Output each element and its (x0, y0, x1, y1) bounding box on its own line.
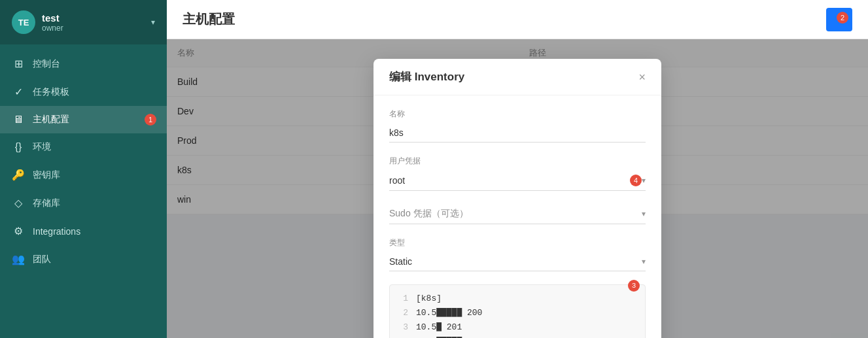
username: test (42, 12, 63, 24)
team-icon: 👥 (12, 253, 25, 265)
line-number: 4 (398, 335, 408, 338)
sidebar-item-label: 任务模板 (33, 86, 69, 98)
chevron-down-icon: ▾ (151, 18, 155, 27)
user-role: owner (42, 24, 63, 33)
sudo-field-group: Sudo 凭据（可选） ▾ (389, 204, 646, 224)
code-line: 410.5█████ 202 (398, 335, 637, 338)
header-right: 2 (826, 8, 852, 31)
dashboard-icon: ⊞ (12, 58, 25, 70)
line-content: [k8s] (416, 292, 442, 306)
credentials-badge: 4 (630, 175, 642, 186)
sidebar-item-label: 控制台 (33, 58, 60, 70)
type-arrow-icon: ▾ (642, 257, 646, 266)
line-content: 10.5█████ 200 (416, 306, 482, 320)
code-line: 310.5█ 201 (398, 320, 637, 335)
line-content: 10.5█████ 202 (416, 335, 482, 338)
name-input[interactable] (389, 124, 646, 143)
sidebar-item-label: 团队 (33, 254, 51, 265)
modal-overlay: 编辑 Inventory × 名称 用户凭据 root 4 (167, 39, 868, 338)
main-body: 名称 路径 Build — Dev invs/dev/hosts Prod in… (167, 39, 868, 338)
integrations-icon: ⚙ (12, 225, 25, 237)
name-field-group: 名称 (389, 109, 646, 143)
sidebar-item-label: Integrations (33, 226, 80, 237)
type-label: 类型 (389, 237, 646, 248)
type-value: Static (389, 256, 642, 267)
page-title: 主机配置 (182, 10, 235, 28)
storage-icon: ◇ (12, 197, 25, 209)
modal-close-button[interactable]: × (638, 71, 646, 83)
credentials-label: 用户凭据 (389, 156, 646, 167)
line-content: 10.5█ 201 (416, 320, 462, 335)
sidebar-item-team[interactable]: 👥 团队 (0, 245, 167, 273)
type-select[interactable]: Static ▾ (389, 252, 646, 271)
credentials-field-group: 用户凭据 root 4 ▾ (389, 156, 646, 191)
credentials-value: root (389, 175, 625, 186)
sidebar: TE test owner ▾ ⊞ 控制台 ✓ 任务模板 🖥 主机配置 1 {}… (0, 0, 167, 338)
key-icon: 🔑 (12, 169, 25, 181)
line-number: 3 (398, 320, 408, 335)
avatar: TE (12, 10, 35, 34)
main-header: 主机配置 2 (167, 0, 868, 39)
line-number: 1 (398, 292, 408, 306)
header-badge: 2 (837, 12, 848, 24)
code-line: 210.5█████ 200 (398, 306, 637, 320)
sidebar-item-label: 密钥库 (33, 169, 60, 181)
inventory-code-area[interactable]: 3 1[k8s]210.5█████ 200310.5█ 201410.5███… (389, 284, 646, 338)
edit-inventory-modal: 编辑 Inventory × 名称 用户凭据 root 4 (373, 59, 661, 338)
modal-header: 编辑 Inventory × (373, 59, 661, 95)
sudo-select[interactable]: Sudo 凭据（可选） ▾ (389, 204, 646, 224)
sidebar-item-hosts[interactable]: 🖥 主机配置 1 (0, 106, 167, 133)
sidebar-item-storage[interactable]: ◇ 存储库 (0, 189, 167, 217)
sidebar-item-integrations[interactable]: ⚙ Integrations (0, 217, 167, 245)
credentials-arrow-icon: ▾ (642, 176, 646, 185)
sidebar-item-label: 存储库 (33, 197, 60, 209)
type-field-group: 类型 Static ▾ (389, 237, 646, 271)
hosts-badge: 1 (145, 114, 156, 126)
credentials-select[interactable]: root 4 ▾ (389, 171, 646, 191)
env-icon: {} (12, 141, 25, 153)
sidebar-item-label: 环境 (33, 141, 51, 153)
sidebar-item-label: 主机配置 (33, 114, 69, 126)
sidebar-nav: ⊞ 控制台 ✓ 任务模板 🖥 主机配置 1 {} 环境 🔑 密钥库 ◇ 存储库 … (0, 44, 167, 338)
modal-body: 名称 用户凭据 root 4 ▾ (373, 95, 661, 338)
sidebar-item-secrets[interactable]: 🔑 密钥库 (0, 161, 167, 189)
name-label: 名称 (389, 109, 646, 120)
sidebar-item-dashboard[interactable]: ⊞ 控制台 (0, 50, 167, 78)
sidebar-item-tasks[interactable]: ✓ 任务模板 (0, 78, 167, 106)
sidebar-item-env[interactable]: {} 环境 (0, 133, 167, 161)
code-line: 1[k8s] (398, 292, 637, 306)
line-number: 2 (398, 306, 408, 320)
sudo-arrow-icon: ▾ (642, 209, 646, 218)
main-content: 主机配置 2 名称 路径 Build — Dev invs/dev/host (167, 0, 868, 338)
sudo-label: Sudo 凭据（可选） (389, 208, 642, 220)
modal-title: 编辑 Inventory (389, 69, 464, 84)
code-badge: 3 (628, 280, 640, 292)
sidebar-user-header[interactable]: TE test owner ▾ (0, 0, 167, 44)
hosts-icon: 🖥 (12, 114, 25, 126)
tasks-icon: ✓ (12, 86, 25, 98)
